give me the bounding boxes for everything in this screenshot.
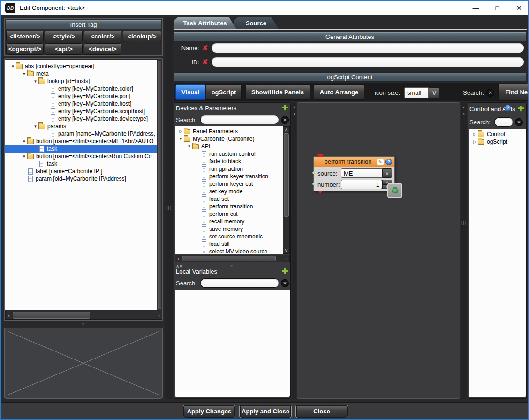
expand-arrow-icon[interactable]: ▷	[472, 132, 478, 137]
find-next-button[interactable]: Find Next	[498, 84, 529, 101]
tree-item[interactable]: entry [key=MyCarbonite.host]	[5, 100, 157, 107]
close-dialog-button[interactable]: Close	[295, 405, 348, 418]
tree-item[interactable]: perform transition	[175, 203, 283, 210]
tree-item[interactable]: set key mode	[175, 188, 283, 195]
show-hide-panels-button[interactable]: Show/Hide Panels	[245, 84, 310, 100]
expand-right-icon[interactable]: ›	[292, 111, 296, 116]
visual-mode-button[interactable]: Visual	[175, 84, 205, 100]
insert-api-button[interactable]: <api/>	[45, 43, 83, 55]
icon-size-dropdown-button[interactable]: ∨	[429, 87, 440, 98]
tree-item[interactable]: set source mnemonic	[175, 233, 283, 240]
collapse-arrow-icon[interactable]: ▼	[32, 79, 38, 84]
devices-search-clear-button[interactable]: ✕	[281, 116, 289, 124]
tree-item[interactable]: param [name=MyCarbonite IPAddress,	[5, 130, 157, 137]
devices-search-input[interactable]	[200, 115, 279, 124]
collapse-arrow-icon[interactable]: ▼	[186, 145, 192, 149]
component-tree-hscrollbar[interactable]: ‹ ›	[5, 311, 162, 320]
auto-arrange-button[interactable]: Auto Arrange	[314, 84, 364, 100]
icon-size-select[interactable]: small	[404, 87, 429, 98]
local-variables-search-clear-button[interactable]: ✕	[281, 279, 289, 287]
tree-item[interactable]: run gpi action	[175, 165, 283, 173]
perform-transition-node[interactable]: perform transition ✎ ? source: ME ∨ numb…	[313, 156, 395, 191]
hscroll-thumb[interactable]	[13, 312, 90, 319]
number-port-dot[interactable]	[312, 183, 315, 185]
tree-item[interactable]: ▼MyCarbonite (Carbonite)	[175, 135, 283, 143]
collapse-left-icon[interactable]: ‹	[292, 104, 296, 110]
add-device-button[interactable]: ✚	[282, 103, 288, 112]
close-button[interactable]: ✕	[508, 1, 529, 15]
left-splitter[interactable]: |||	[165, 17, 173, 399]
collapse-arrow-icon[interactable]: ▼	[32, 124, 38, 129]
maximize-button[interactable]: □	[487, 1, 508, 15]
scroll-up-icon[interactable]: ∧	[283, 127, 289, 133]
tree-item[interactable]: ▼button [name=<html><center>Run Custom C…	[5, 153, 157, 160]
tree-item[interactable]: task	[5, 160, 157, 168]
scroll-left-icon[interactable]: ‹	[6, 311, 12, 319]
source-dropdown-button[interactable]: ∨	[382, 168, 392, 178]
node-header[interactable]: perform transition ✎ ?	[314, 157, 394, 167]
id-input[interactable]	[212, 57, 524, 67]
expand-arrow-icon[interactable]: ▷	[472, 139, 478, 144]
toolbar-search-clear-button[interactable]: ✕	[486, 89, 494, 97]
tree-item[interactable]: ▷Control	[469, 130, 526, 138]
apply-changes-button[interactable]: Apply Changes	[183, 405, 235, 418]
canvas-left-splitter[interactable]: ‹ ›	[292, 102, 296, 399]
canvas-right-splitter[interactable]: ‹ › |||	[461, 102, 467, 399]
control-search-input[interactable]	[494, 117, 513, 127]
collapse-arrow-icon[interactable]: ▼	[21, 154, 27, 159]
recycle-badge[interactable]: ♻	[387, 183, 402, 198]
expand-right-icon[interactable]: ›	[461, 111, 466, 116]
tree-item[interactable]: ▼API	[175, 143, 283, 150]
tree-item[interactable]: perform cut	[175, 210, 283, 218]
tree-item[interactable]: label [name=Carbonite IP:]	[5, 168, 157, 175]
vscroll-thumb[interactable]	[158, 61, 161, 309]
tree-item[interactable]: task	[5, 145, 157, 153]
tree-item[interactable]: fade to black	[175, 158, 283, 165]
devices-vscrollbar[interactable]: ∧ ∨	[283, 126, 290, 254]
tree-item[interactable]: ▼meta	[5, 70, 157, 77]
name-invalid-icon[interactable]: ✘	[202, 44, 208, 52]
tab-source[interactable]: Source	[234, 17, 279, 29]
tree-item[interactable]: entry [key=MyCarbonite.devicetype]	[5, 115, 157, 122]
scroll-right-icon[interactable]: ›	[284, 255, 290, 262]
control-search-clear-button[interactable]: ✕	[515, 118, 523, 126]
help-icon[interactable]: ?	[505, 105, 511, 111]
ogscript-mode-button[interactable]: ogScript	[206, 84, 242, 100]
insert-device-button[interactable]: <device/>	[84, 43, 121, 55]
id-invalid-icon[interactable]: ✘	[202, 58, 208, 66]
tree-item[interactable]: ▷ogScript	[469, 138, 526, 145]
tree-item[interactable]: ▼button [name=<html><center>ME 1<br/>AUT…	[5, 137, 157, 145]
tree-item[interactable]: entry [key=MyCarbonite.scripthost]	[5, 107, 157, 115]
add-control-button[interactable]: ✚	[518, 104, 524, 113]
apply-and-close-button[interactable]: Apply and Close	[239, 405, 292, 418]
minimize-button[interactable]: —	[465, 1, 486, 15]
devices-hscrollbar[interactable]: ‹ ›	[175, 255, 290, 262]
collapse-arrow-icon[interactable]: ▼	[10, 64, 16, 69]
tree-item[interactable]: load set	[175, 195, 283, 203]
collapse-left-icon[interactable]: ‹	[461, 104, 466, 110]
source-select[interactable]: ME	[341, 168, 382, 178]
scroll-right-icon[interactable]: ›	[156, 311, 162, 319]
preview-splitter[interactable]: ≡	[4, 322, 163, 327]
component-tree-vscrollbar[interactable]	[157, 60, 162, 310]
tree-item[interactable]: select MV video source	[175, 248, 283, 254]
tree-item[interactable]: entry [key=MyCarbonite.port]	[5, 92, 157, 100]
expand-arrow-icon[interactable]: ▷	[178, 129, 184, 134]
tree-item[interactable]: perform keyer transition	[175, 173, 283, 180]
scroll-down-icon[interactable]: ∨	[283, 247, 289, 253]
tree-item[interactable]: ▼abs [contexttype=opengear]	[5, 62, 157, 70]
tree-item[interactable]: param [oid=MyCarbonite IPAddress]	[5, 175, 157, 183]
tree-item[interactable]: perform keyer cut	[175, 180, 283, 188]
name-input[interactable]	[212, 43, 524, 53]
scroll-left-icon[interactable]: ‹	[175, 255, 181, 262]
tree-item[interactable]: ▷Panel Parameters	[175, 128, 283, 135]
tree-item[interactable]: load still	[175, 240, 283, 248]
title-bar[interactable]: DB Edit Component: <task> — □ ✕	[1, 1, 528, 15]
source-port-dot[interactable]	[312, 171, 315, 174]
insert-ogscript-button[interactable]: <ogscript/>	[6, 43, 44, 55]
tree-item[interactable]: save memory	[175, 225, 283, 233]
hscroll-thumb[interactable]	[182, 256, 276, 261]
add-local-variable-button[interactable]: ✚	[282, 267, 288, 275]
collapse-arrow-icon[interactable]: ▼	[21, 72, 27, 76]
collapse-arrow-icon[interactable]: ▼	[21, 139, 27, 144]
